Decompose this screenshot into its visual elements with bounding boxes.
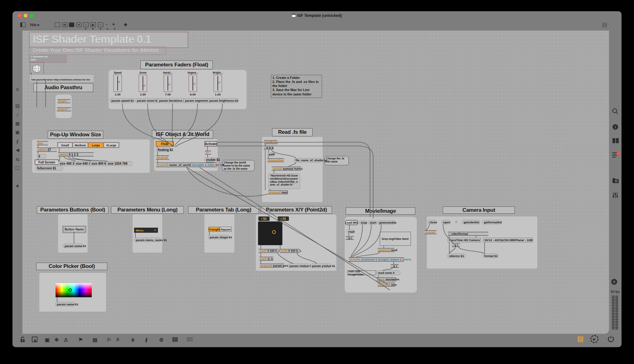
stop-message[interactable]: stop [359, 221, 367, 225]
toggle-icon[interactable]: ✕ [76, 22, 81, 27]
grid-options-icon[interactable] [602, 22, 607, 27]
paint-bucket-icon[interactable]: ◆ [124, 22, 127, 27]
prepend-read-object[interactable]: prepend read [268, 190, 288, 194]
param-xvalue-message[interactable]: param xValue $1 [288, 264, 309, 268]
segments-fader[interactable]: ◁ [188, 75, 197, 92]
speed-fader[interactable]: ◁ [113, 75, 122, 92]
prepend-size-object[interactable]: prepend size [378, 283, 395, 287]
warnings-icon[interactable]: ⚠ [64, 337, 68, 343]
prepend-read-object[interactable]: prepend read [378, 248, 394, 252]
button-caret[interactable] [85, 28, 87, 30]
info-icon[interactable]: i [612, 124, 619, 132]
fullscreen-button[interactable]: Full Screen [35, 160, 59, 165]
close-window-button[interactable] [17, 14, 21, 17]
key-object[interactable]: key [37, 141, 48, 145]
button-icon[interactable]: ○ [83, 22, 89, 27]
vdev-format-subpatcher[interactable]: p vdev/format [448, 232, 488, 236]
getvdevlist-message[interactable]: getvdevlist [462, 220, 480, 224]
sidebar-toggle-icon[interactable] [20, 22, 26, 27]
param-message[interactable]: param zoom $1 [135, 98, 159, 103]
xy-pad-cursor[interactable] [272, 230, 276, 234]
drop-video-area[interactable]: Drop Img/Video Here! [380, 232, 411, 246]
zoom-fader[interactable]: ◁ [139, 75, 147, 92]
tab-triangle[interactable]: Triangle [208, 227, 220, 232]
attachment-icon[interactable]: ∮ [12, 138, 22, 144]
format-message[interactable]: format $1 [483, 254, 498, 258]
add-caret[interactable] [114, 28, 115, 30]
fader-value[interactable]: 1.50 [137, 93, 149, 96]
path-message[interactable]: path [267, 152, 275, 156]
tbl-object[interactable]: t b l [346, 236, 354, 240]
flag-icon[interactable]: ⚐ [107, 337, 111, 343]
tools-icon[interactable]: ⚙ [159, 337, 163, 343]
float-button[interactable]: Float [156, 141, 173, 146]
filepath-message[interactable]: "Machintosh HD:/Users/sidebrain/Document… [268, 173, 300, 189]
select0123-object[interactable]: select 0 1 2 3 [58, 152, 94, 157]
jit-grab-object[interactable]: jit.grab [424, 230, 437, 234]
midi-activity-icon[interactable] [578, 336, 583, 342]
hierarchy-icon[interactable]: ⋔ [131, 337, 135, 343]
zoom-level-select[interactable]: 75% ▾ [30, 23, 39, 27]
console-icon[interactable] [612, 152, 620, 160]
floating-message[interactable]: floating $1 [156, 148, 170, 152]
keyboard-icon[interactable] [187, 337, 193, 342]
globe-button[interactable] [30, 62, 44, 75]
paperclip-icon[interactable]: ∮ [145, 337, 148, 343]
param-shape-message[interactable]: param shape $1 [208, 235, 229, 239]
fader-value[interactable]: 1.00 [212, 93, 224, 96]
open-message[interactable]: open [441, 220, 451, 224]
speaker-icon[interactable]: ◀ [12, 147, 22, 153]
sprintf-object[interactable]: sprintf symout %s%s [272, 167, 301, 171]
jit-gl-isf-object[interactable]: jit.gl.isf [156, 155, 169, 160]
loadbang-object[interactable]: loadbang [264, 140, 277, 144]
run-loop-button[interactable]: ▶ [590, 335, 598, 343]
size-message[interactable]: size 1024 768 [106, 161, 132, 166]
jit-movie-object[interactable]: jit.movie @autostart 1 @output_texture 1… [349, 257, 404, 262]
load-img-button[interactable]: Load IMG [345, 220, 358, 225]
minimize-window-button[interactable] [24, 14, 27, 17]
playbar-icon[interactable]: ▶ [90, 22, 96, 27]
patcher-windows-icon[interactable]: ▤ [12, 103, 22, 109]
projector-icon[interactable]: ⚑ [78, 337, 83, 343]
fullscreen-message[interactable]: fullscreen $1 [36, 166, 63, 171]
filters-icon[interactable] [612, 192, 618, 200]
close-message[interactable]: close [428, 220, 437, 224]
tab-large[interactable]: Large [88, 143, 103, 148]
search-icon[interactable] [612, 108, 619, 116]
sequence-icon[interactable]: ▦ [12, 121, 22, 126]
audio-icon[interactable]: ♪ [12, 112, 22, 117]
plugin-object[interactable]: plugin~ [57, 99, 71, 103]
color-swatch[interactable] [56, 283, 92, 297]
prepend-pos-object[interactable]: prepend param pos [260, 264, 284, 268]
param-message[interactable]: param speed $1 [110, 98, 135, 103]
trigger-object[interactable]: t b b b [264, 146, 274, 149]
swatch-cursor[interactable] [69, 289, 72, 292]
zero-message[interactable]: 0 [37, 154, 46, 158]
freeze-icon[interactable]: ❄ [55, 337, 59, 343]
fader-value[interactable]: 7.00 [162, 93, 174, 96]
thispatcher-object[interactable]: thispatcher [267, 158, 284, 162]
favorites-icon[interactable]: ★ [12, 183, 22, 189]
frame-icon[interactable]: ▢ [12, 165, 22, 171]
tab-xlarge[interactable]: XLarge [104, 143, 119, 148]
read-none-message[interactable]: read none 0 [376, 270, 400, 275]
getformatlist-message[interactable]: getformatlist [482, 220, 502, 224]
object-box-icon[interactable] [55, 22, 60, 27]
filename-message[interactable]: file_name_of_shader.fs [294, 158, 322, 163]
add-object-icon[interactable]: + [112, 21, 115, 27]
playbar-caret[interactable] [92, 28, 94, 30]
select-cursor-icon[interactable] [32, 337, 38, 344]
select27-object[interactable]: select 27 [37, 148, 57, 152]
title-bar[interactable]: ISF Template (unlocked) [12, 11, 622, 20]
camera-format-dropdown[interactable]: NV12 - 420YpCbCr8BiPlanar - 1280 x ...▼ [483, 238, 533, 242]
x-number-box[interactable]: ▸50 [258, 216, 270, 221]
param-menu-message[interactable]: param menu_name $1 [134, 238, 161, 242]
audio-power-button[interactable] [608, 336, 614, 344]
tab-small[interactable]: Small [58, 143, 72, 148]
brightness-fader[interactable]: ◁ [213, 75, 222, 92]
visible-message[interactable]: visible $1 [204, 158, 217, 162]
launch-browser-message[interactable]: ; max launchbrowser https://sidebrain.ne… [29, 74, 94, 82]
xy-pad[interactable] [258, 221, 282, 245]
scale-y-object[interactable]: scale 0 100 0. 1. [280, 249, 300, 253]
tab-medium[interactable]: Medium [73, 143, 88, 148]
